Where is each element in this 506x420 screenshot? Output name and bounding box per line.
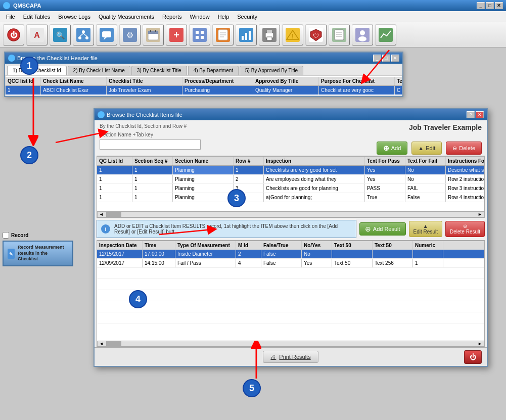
delete-item-button[interactable]: ⊖ Delete [446, 142, 482, 155]
items-big-title: Job Traveler Example [409, 123, 482, 131]
items-power-button[interactable]: ⏻ [464, 350, 482, 364]
header-window-titlebar: Browse the Checklist Header file _ □ ✕ [5, 53, 402, 64]
scroll-left-btn[interactable]: ◄ [98, 212, 105, 217]
user-toolbar-btn[interactable] [352, 24, 373, 45]
warning-toolbar-btn[interactable]: ! [282, 24, 303, 45]
menu-window[interactable]: Window [186, 13, 214, 21]
step-3-circle: 3 [227, 189, 246, 207]
step-5-circle: 5 [243, 379, 261, 397]
svg-rect-24 [193, 28, 207, 42]
results-row-1[interactable]: 12/15/2017 17:00:00 Inside Diameter 2 Fa… [97, 250, 484, 259]
res-scroll-left-btn[interactable]: ◄ [98, 341, 105, 346]
org-toolbar-btn[interactable] [73, 24, 94, 45]
items-col-inspection: Inspection [264, 157, 365, 165]
items-window-titlebar: Browse the Checklist Items file ? ✕ [95, 109, 487, 120]
triangle-icon: ▲ [418, 145, 424, 151]
results-row-empty-4 [97, 301, 484, 312]
svg-rect-25 [196, 31, 199, 34]
svg-text:+: + [173, 29, 179, 40]
svg-rect-41 [267, 37, 272, 40]
svg-point-55 [358, 36, 366, 41]
scroll-right-btn[interactable]: ► [476, 212, 484, 217]
res-col-num: Numeric [413, 241, 443, 250]
tab-by-department[interactable]: 4) By Department [188, 66, 239, 75]
header-tab-bar: 1) By QC Checklist Id 2) By Check List N… [5, 64, 402, 75]
calendar-toolbar-btn[interactable] [143, 24, 164, 45]
info-bar: i ADD or EDIT a Checklist Item RESULTS r… [97, 220, 356, 238]
items-scroll-area: 1 1 Planning 1 Checklists are very good … [97, 166, 484, 211]
items-col-fail: Text For Fail [405, 157, 446, 165]
maximize-btn[interactable]: □ [486, 2, 494, 9]
results-scrollbar-h[interactable]: ◄ ► [97, 341, 484, 347]
menu-edit-tables[interactable]: Edit Tables [19, 13, 55, 21]
cell-title: Job Traveler Exam [107, 86, 182, 95]
menu-browse-logs[interactable]: Browse Logs [54, 13, 95, 21]
items-row-1[interactable]: 1 1 Planning 1 Checklists are very good … [97, 166, 484, 175]
header-grid-row[interactable]: 1 ABCI Checklist Exar Job Traveler Exam … [6, 86, 402, 95]
items-win-help[interactable]: ? [467, 111, 475, 118]
grid-toolbar-btn[interactable] [189, 24, 210, 45]
toolbar: ⏻ A 🔍 ⚙ + ! 🛡 [0, 22, 506, 48]
items-grid-header: QC List Id Section Seq # Section Name Ro… [97, 156, 484, 166]
items-col-instr: Instructions For F [446, 157, 484, 165]
section-filter-input[interactable] [100, 139, 201, 150]
edit-result-button[interactable]: ▲ Edit Result [409, 221, 442, 237]
shield-toolbar-btn[interactable]: 🛡 [305, 24, 327, 45]
items-scrollbar-h[interactable]: ◄ ► [97, 211, 484, 217]
power-toolbar-btn[interactable]: ⏻ [3, 24, 24, 45]
svg-text:🛡: 🛡 [313, 32, 319, 39]
menu-help[interactable]: Help [214, 13, 234, 21]
record-btn[interactable]: ✎ Record Measurement Results in the Chec… [3, 241, 73, 266]
items-row-4[interactable]: 1 1 Planning 4 a)Good for planning; True… [97, 193, 484, 202]
record-panel: Record ✎ Record Measurement Results in t… [3, 232, 94, 266]
print-results-button[interactable]: 🖨 Print Results [263, 351, 318, 363]
chat-toolbar-btn[interactable] [96, 24, 117, 45]
svg-text:⏻: ⏻ [10, 31, 18, 39]
minimize-btn[interactable]: _ [477, 2, 485, 9]
items-win-close[interactable]: ✕ [476, 111, 484, 118]
tab-by-approved-by-title[interactable]: 5) By Approved By Title [240, 66, 303, 75]
main-area: 1 2 Browse the Checklist Header file _ □… [0, 48, 506, 420]
step-4-circle: 4 [129, 290, 147, 308]
svg-line-59 [159, 229, 212, 235]
res-col-mid: M Id [236, 241, 261, 250]
record-checkbox[interactable] [3, 232, 9, 239]
menu-quality-measurements[interactable]: Quality Measurements [95, 13, 158, 21]
add-result-button[interactable]: ⊕ Add Result [359, 222, 406, 236]
menu-file[interactable]: File [2, 13, 19, 21]
book-toolbar-btn[interactable] [212, 24, 234, 45]
tab-by-check-list-name[interactable]: 2) By Check List Name [68, 66, 130, 75]
menu-bar: File Edit Tables Browse Logs Quality Mea… [0, 11, 506, 22]
search-toolbar-btn[interactable]: 🔍 [50, 24, 71, 45]
menu-reports[interactable]: Reports [158, 13, 186, 21]
svg-rect-27 [196, 36, 199, 39]
results-row-2[interactable]: 12/09/2017 14:15:00 Fail / Pass 4 False … [97, 259, 484, 268]
add-toolbar-btn[interactable]: + [166, 24, 187, 45]
tab-by-checklist-title[interactable]: 3) By Checklist Title [131, 66, 187, 75]
adobe-toolbar-btn[interactable]: A [26, 24, 48, 45]
gear-toolbar-btn[interactable]: ⚙ [119, 24, 141, 45]
app-title: QMSCAPA [13, 3, 477, 9]
items-col-row: Row # [234, 157, 264, 165]
stats-toolbar-btn[interactable] [375, 24, 396, 45]
section-label: Section Name +Tab key [100, 132, 201, 137]
items-row-2[interactable]: 1 1 Planning 2 Are employees doing what … [97, 175, 484, 184]
res-scroll-right-btn[interactable]: ► [476, 341, 484, 346]
items-window-title: Browse the Checklist Items file [107, 112, 467, 118]
info-icon: i [101, 224, 110, 234]
notes-toolbar-btn[interactable] [329, 24, 350, 45]
arrow-3-to-row [157, 224, 217, 245]
close-btn[interactable]: ✕ [495, 2, 503, 9]
items-row-3[interactable]: 1 1 Planning 3 Checklists are good for p… [97, 184, 484, 193]
menu-security[interactable]: Security [233, 13, 261, 21]
svg-rect-28 [201, 36, 204, 39]
svg-point-8 [78, 36, 81, 39]
res-col-t2: Text 50 [373, 241, 413, 250]
edit-item-button[interactable]: ▲ Edit [411, 142, 442, 155]
delete-result-button[interactable]: ⊖ Delete Result [445, 221, 485, 237]
record-label: Record [11, 232, 28, 238]
chart-toolbar-btn[interactable] [236, 24, 257, 45]
arrow-browse-logs [349, 48, 399, 88]
printer-toolbar-btn[interactable] [259, 24, 280, 45]
add-item-button[interactable]: ⊕ Add [377, 142, 408, 155]
